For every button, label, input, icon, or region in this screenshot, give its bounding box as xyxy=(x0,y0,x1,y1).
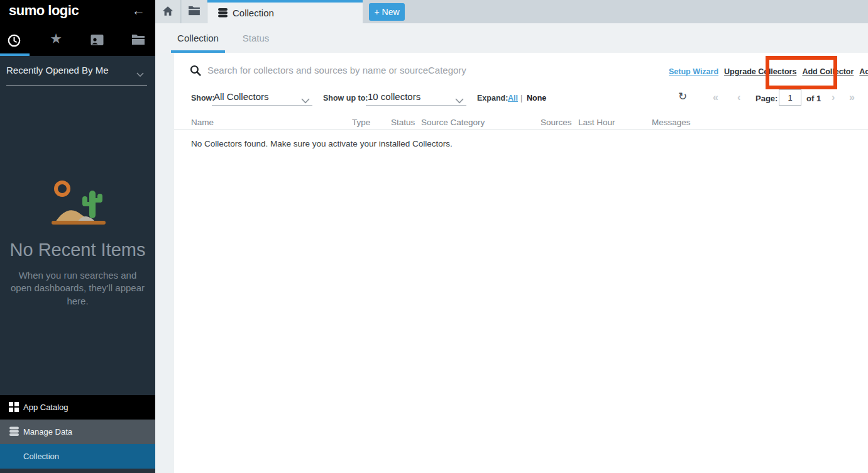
database-icon xyxy=(217,8,228,21)
sidebar-bottom-menu: App Catalog Manage Data Collection xyxy=(0,395,155,473)
last-page-icon[interactable]: » xyxy=(849,92,855,103)
content-panel: Setup Wizard Upgrade Collectors Add Coll… xyxy=(174,53,868,473)
add-collector-link[interactable]: Add Collector xyxy=(802,67,854,76)
sumo-logic-logo: sumo logic xyxy=(9,3,79,19)
home-tab-button[interactable] xyxy=(155,0,181,23)
page-label: Page: xyxy=(755,94,777,103)
show-collectors-value: All Collectors xyxy=(214,91,269,102)
show-label: Show: xyxy=(191,94,215,103)
empty-state-title: No Recent Items xyxy=(0,240,155,260)
page-number-input[interactable] xyxy=(779,89,801,106)
subtab-status[interactable]: Status xyxy=(238,23,273,53)
column-header-name: Name xyxy=(191,118,214,127)
previous-page-icon[interactable]: ‹ xyxy=(737,92,740,103)
sidebar: sumo logic ← ★ Recently Opened By Me xyxy=(0,0,155,473)
manage-data-label: Manage Data xyxy=(23,427,72,437)
show-up-to-label: Show up to: xyxy=(323,94,368,103)
main-area: Collection + New Collection Status Setup… xyxy=(155,0,868,473)
collection-label: Collection xyxy=(23,452,59,461)
collection-tab-label: Collection xyxy=(233,8,274,18)
collapse-sidebar-icon[interactable]: ← xyxy=(132,3,145,18)
access-keys-link[interactable]: Access Keys xyxy=(859,67,868,76)
new-button[interactable]: + New xyxy=(369,3,405,21)
recently-opened-header[interactable]: Recently Opened By Me xyxy=(0,56,155,87)
subtab-collection-label: Collection xyxy=(171,33,225,43)
collection-tab[interactable]: Collection xyxy=(207,0,363,23)
show-up-to-value: 10 collectors xyxy=(368,91,420,102)
recently-opened-label: Recently Opened By Me xyxy=(6,65,109,75)
personal-folder-icon[interactable] xyxy=(89,34,104,49)
header-links: Setup Wizard Upgrade Collectors Add Coll… xyxy=(669,67,868,76)
chevron-down-icon xyxy=(301,95,310,106)
column-header-status: Status xyxy=(391,118,415,127)
search-input[interactable] xyxy=(207,61,647,79)
favorites-star-icon[interactable]: ★ xyxy=(48,32,63,47)
manage-data-database-icon xyxy=(9,426,19,439)
expand-none-link[interactable]: None xyxy=(527,94,546,103)
subtab-row: Collection Status xyxy=(155,23,868,53)
column-header-messages: Messages xyxy=(652,118,691,127)
sidebar-item-app-catalog[interactable]: App Catalog xyxy=(0,395,155,420)
subtab-collection[interactable]: Collection xyxy=(171,23,225,53)
column-header-sources: Sources xyxy=(541,118,572,127)
page-of-text: of 1 xyxy=(806,94,821,103)
setup-wizard-link[interactable]: Setup Wizard xyxy=(669,67,718,76)
app-window: sumo logic ← ★ Recently Opened By Me xyxy=(0,0,868,473)
expand-label: Expand: xyxy=(477,94,508,103)
logo-bar: sumo logic ← ★ xyxy=(0,0,155,56)
expand-all-link[interactable]: All xyxy=(508,94,518,103)
recent-clock-icon[interactable] xyxy=(6,34,21,49)
top-tab-bar: Collection + New xyxy=(155,0,868,23)
refresh-icon[interactable]: ↻ xyxy=(678,90,687,103)
sidebar-item-collection[interactable]: Collection xyxy=(0,444,155,469)
desert-illustration xyxy=(40,178,116,227)
chevron-down-icon xyxy=(455,95,464,106)
app-catalog-label: App Catalog xyxy=(23,403,69,412)
sidebar-bottom-strip xyxy=(0,469,155,473)
column-header-type: Type xyxy=(352,118,370,127)
first-page-icon[interactable]: « xyxy=(713,92,718,103)
empty-state-description: When you run searches and open dashboard… xyxy=(10,269,145,308)
no-recent-items-empty-state: No Recent Items When you run searches an… xyxy=(0,178,155,308)
subtab-status-label: Status xyxy=(238,33,273,43)
library-folder-icon[interactable] xyxy=(131,34,146,49)
column-header-last-hour: Last Hour xyxy=(578,118,615,127)
expand-separator: | xyxy=(520,94,522,103)
chevron-down-icon xyxy=(136,69,144,80)
column-header-source-category: Source Category xyxy=(421,118,485,127)
upgrade-collectors-link[interactable]: Upgrade Collectors xyxy=(724,67,796,76)
show-collectors-dropdown[interactable]: All Collectors xyxy=(212,89,312,106)
folder-tab-button[interactable] xyxy=(182,0,207,23)
next-page-icon[interactable]: › xyxy=(832,92,835,103)
open-folder-icon xyxy=(188,6,201,16)
table-header-divider xyxy=(174,129,868,130)
search-icon xyxy=(190,65,201,79)
sidebar-item-manage-data[interactable]: Manage Data xyxy=(0,420,155,444)
no-collectors-message: No Collectors found. Make sure you activ… xyxy=(191,139,453,148)
home-icon xyxy=(162,6,173,16)
show-up-to-dropdown[interactable]: 10 collectors xyxy=(366,89,466,106)
app-catalog-grid-icon xyxy=(9,402,19,412)
section-divider xyxy=(6,86,147,86)
